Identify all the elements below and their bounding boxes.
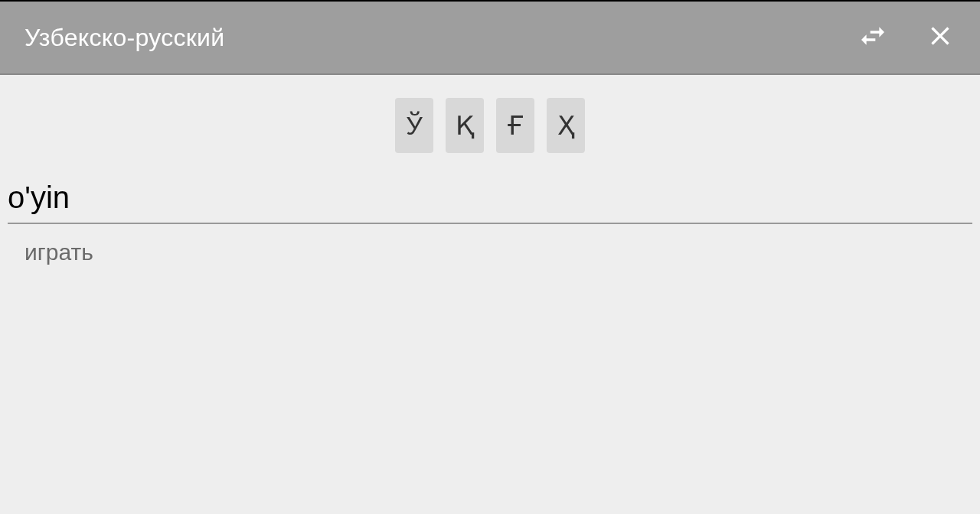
- app-container: Узбекско-русский Ў Қ Ғ Ҳ играть: [0, 2, 980, 514]
- char-button-h[interactable]: Ҳ: [547, 98, 585, 153]
- swap-languages-button[interactable]: [854, 19, 891, 56]
- close-button[interactable]: [922, 19, 959, 56]
- result-item[interactable]: играть: [24, 235, 956, 270]
- char-button-g[interactable]: Ғ: [496, 98, 534, 153]
- char-button-u[interactable]: Ў: [395, 98, 433, 153]
- app-title: Узбекско-русский: [24, 24, 824, 52]
- swap-icon: [858, 21, 888, 54]
- special-char-row: Ў Қ Ғ Ҳ: [0, 75, 980, 173]
- close-icon: [925, 21, 956, 54]
- results-list: играть: [0, 224, 980, 281]
- search-input[interactable]: [8, 173, 972, 224]
- header: Узбекско-русский: [0, 2, 980, 75]
- char-button-q[interactable]: Қ: [446, 98, 484, 153]
- input-area: [0, 173, 980, 224]
